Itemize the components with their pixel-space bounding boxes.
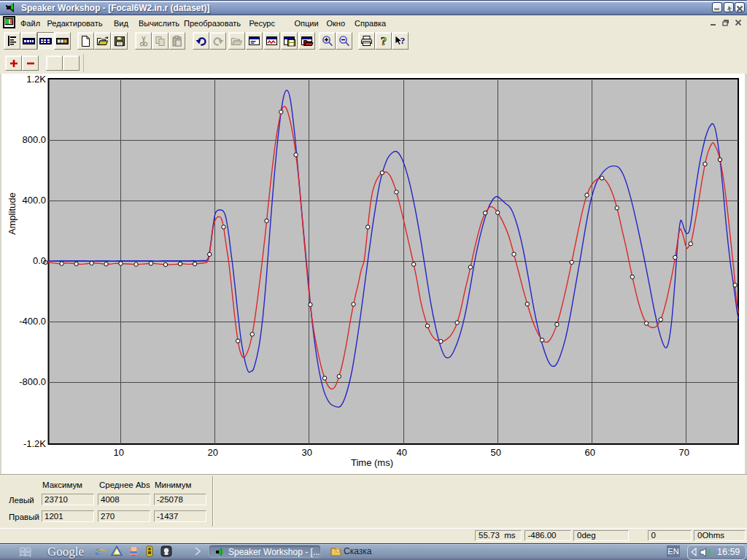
svg-text:20: 20 bbox=[207, 447, 217, 458]
svg-text:-1.2K: -1.2K bbox=[23, 438, 46, 449]
svg-text:Amplitude: Amplitude bbox=[7, 192, 18, 235]
svg-text:0.0: 0.0 bbox=[33, 255, 46, 266]
svg-text:400.0: 400.0 bbox=[22, 195, 46, 206]
svg-text:800.0: 800.0 bbox=[22, 134, 46, 145]
svg-text:?: ? bbox=[381, 35, 387, 47]
svg-text:1.2K: 1.2K bbox=[26, 74, 46, 85]
svg-text:10: 10 bbox=[113, 447, 123, 458]
svg-text:70: 70 bbox=[678, 447, 689, 458]
svg-text:-800.0: -800.0 bbox=[19, 376, 46, 387]
svg-text:60: 60 bbox=[584, 447, 595, 458]
svg-text:Time (ms): Time (ms) bbox=[351, 457, 393, 468]
svg-text:-400.0: -400.0 bbox=[19, 316, 46, 327]
svg-text:30: 30 bbox=[301, 447, 311, 458]
svg-text:40: 40 bbox=[396, 447, 406, 458]
svg-text:50: 50 bbox=[490, 447, 500, 458]
